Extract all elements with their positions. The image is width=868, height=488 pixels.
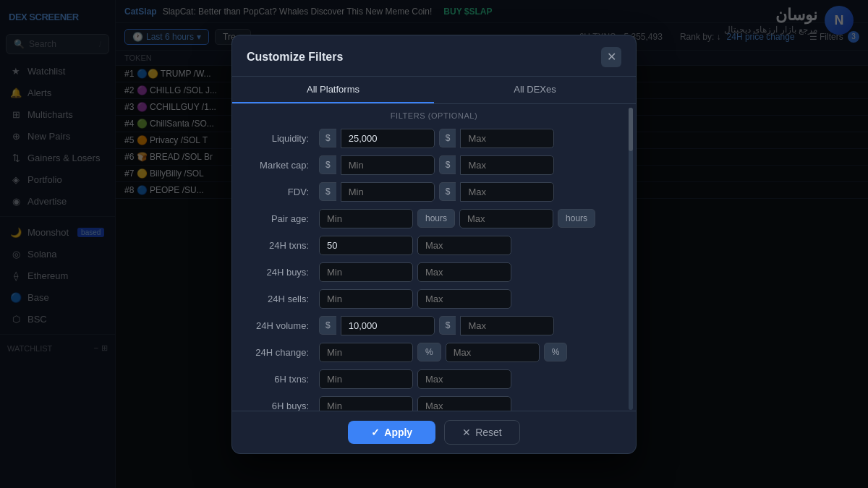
- filter-inputs-6h-buys: [319, 396, 618, 411]
- liquidity-max-input[interactable]: [460, 129, 554, 148]
- txns-6h-max-input[interactable]: [417, 369, 511, 389]
- pair-age-min-input[interactable]: [319, 209, 413, 228]
- modal-footer: ✓ Apply ✕ Reset: [232, 411, 636, 453]
- modal-overlay[interactable]: Customize Filters ✕ All Platforms All DE…: [0, 0, 868, 488]
- filter-inputs-24h-change: % %: [319, 343, 618, 362]
- txns-24h-min-input[interactable]: [319, 236, 413, 255]
- filter-label-24h-sells: 24H sells:: [250, 294, 315, 304]
- liquidity-min-input[interactable]: [341, 129, 435, 148]
- change-24h-max-suffix-button[interactable]: %: [544, 343, 568, 361]
- filter-label-6h-txns: 6H txns:: [250, 374, 315, 385]
- filter-row-6h-txns: 6H txns:: [250, 369, 618, 389]
- marketcap-max-prefix: $: [439, 155, 456, 174]
- filter-inputs-24h-buys: [319, 262, 618, 282]
- filter-label-6h-buys: 6H buys:: [250, 401, 315, 411]
- filter-label-market-cap: Market cap:: [250, 160, 315, 171]
- filter-inputs-liquidity: $ $: [319, 129, 618, 148]
- pair-age-max-input[interactable]: [459, 209, 553, 228]
- pair-age-max-suffix-button[interactable]: hours: [558, 209, 595, 228]
- buys-24h-min-input[interactable]: [319, 262, 413, 282]
- filter-inputs-24h-sells: [319, 289, 618, 309]
- volume-24h-max-input[interactable]: [460, 316, 554, 335]
- filter-inputs-6h-txns: [319, 369, 618, 389]
- modal-scrollbar-track: [629, 108, 633, 410]
- filter-row-24h-buys: 24H buys:: [250, 262, 618, 282]
- x-icon: ✕: [462, 427, 471, 438]
- filter-row-liquidity: Liquidity: $ $: [250, 129, 618, 148]
- filter-label-fdv: FDV:: [250, 187, 315, 197]
- customize-filters-modal: Customize Filters ✕ All Platforms All DE…: [231, 35, 637, 454]
- filter-body: Liquidity: $ $ Market cap: $ $: [232, 124, 636, 411]
- check-icon: ✓: [371, 427, 380, 438]
- pair-age-min-suffix-button[interactable]: hours: [417, 209, 455, 228]
- filter-row-6h-buys: 6H buys:: [250, 396, 618, 411]
- reset-button[interactable]: ✕ Reset: [444, 420, 520, 445]
- filter-row-market-cap: Market cap: $ $: [250, 155, 618, 175]
- modal-close-button[interactable]: ✕: [601, 47, 621, 67]
- marketcap-min-input[interactable]: [341, 155, 435, 175]
- filter-label-24h-change: 24H change:: [250, 347, 315, 358]
- filter-row-24h-txns: 24H txns:: [250, 236, 618, 255]
- filter-label-24h-txns: 24H txns:: [250, 240, 315, 251]
- filter-section-label: FILTERS (OPTIONAL): [232, 104, 636, 124]
- marketcap-max-input[interactable]: [460, 155, 554, 175]
- filter-row-24h-sells: 24H sells:: [250, 289, 618, 309]
- filter-label-24h-buys: 24H buys:: [250, 267, 315, 278]
- volume-24h-min-input[interactable]: [341, 316, 435, 335]
- platform-tabs: All Platforms All DEXes: [232, 77, 636, 104]
- filter-row-24h-volume: 24H volume: $ $: [250, 316, 618, 335]
- filter-label-pair-age: Pair age:: [250, 213, 315, 224]
- tab-all-platforms[interactable]: All Platforms: [232, 77, 434, 103]
- change-24h-min-input[interactable]: [319, 343, 413, 362]
- change-24h-min-suffix-button[interactable]: %: [417, 343, 441, 361]
- filter-row-pair-age: Pair age: hours hours: [250, 209, 618, 228]
- filter-label-24h-volume: 24H volume:: [250, 320, 315, 331]
- fdv-min-prefix: $: [319, 182, 336, 201]
- buys-6h-min-input[interactable]: [319, 396, 413, 411]
- buys-6h-max-input[interactable]: [417, 396, 511, 411]
- sells-24h-max-input[interactable]: [417, 289, 511, 309]
- filter-label-liquidity: Liquidity:: [250, 133, 315, 144]
- filter-inputs-24h-volume: $ $: [319, 316, 618, 335]
- fdv-max-prefix: $: [439, 182, 456, 201]
- txns-6h-min-input[interactable]: [319, 369, 413, 389]
- change-24h-max-input[interactable]: [446, 343, 540, 362]
- filter-inputs-24h-txns: [319, 236, 618, 255]
- volume-max-prefix: $: [439, 316, 456, 335]
- tab-all-dexes[interactable]: All DEXes: [434, 77, 636, 103]
- filter-row-fdv: FDV: $ $: [250, 182, 618, 202]
- apply-label: Apply: [384, 427, 412, 438]
- liquidity-min-prefix: $: [319, 129, 336, 147]
- apply-button[interactable]: ✓ Apply: [348, 421, 435, 444]
- modal-header: Customize Filters ✕: [232, 35, 636, 77]
- fdv-min-input[interactable]: [341, 182, 435, 202]
- sells-24h-min-input[interactable]: [319, 289, 413, 309]
- reset-label: Reset: [475, 427, 502, 438]
- filter-inputs-market-cap: $ $: [319, 155, 618, 175]
- modal-title: Customize Filters: [247, 51, 343, 64]
- volume-min-prefix: $: [319, 316, 336, 335]
- fdv-max-input[interactable]: [460, 182, 554, 202]
- txns-24h-max-input[interactable]: [417, 236, 511, 255]
- filter-row-24h-change: 24H change: % %: [250, 343, 618, 362]
- liquidity-max-prefix: $: [439, 129, 456, 147]
- filter-inputs-fdv: $ $: [319, 182, 618, 202]
- modal-scrollbar-thumb[interactable]: [629, 108, 633, 151]
- buys-24h-max-input[interactable]: [417, 262, 511, 282]
- marketcap-min-prefix: $: [319, 155, 336, 174]
- filter-inputs-pair-age: hours hours: [319, 209, 618, 228]
